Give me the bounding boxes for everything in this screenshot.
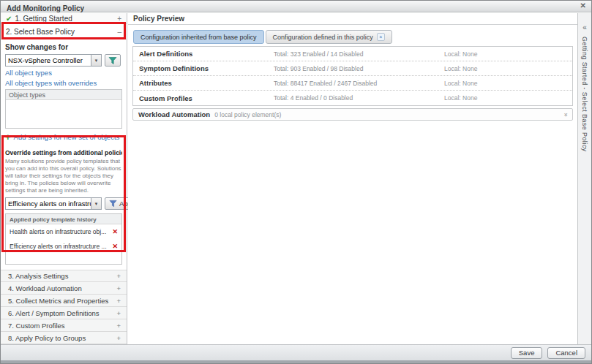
- tab-label: Configuration inherited from base policy: [140, 34, 257, 41]
- show-changes-label: Show changes for: [5, 43, 122, 51]
- check-icon: ✔: [6, 15, 12, 23]
- step-label: 2. Select Base Policy: [6, 28, 75, 36]
- template-select-row: Efficiency alerts on infrastructu ▼ Appl…: [5, 197, 122, 210]
- delete-icon[interactable]: ✕: [112, 243, 118, 250]
- add-monitoring-policy-dialog: Add Monitoring Policy ✕ ✔ 1. Getting Sta…: [0, 0, 592, 364]
- step-label: 7. Custom Profiles: [8, 322, 65, 330]
- collapsed-side-panel[interactable]: « Getting Started - Select Base Policy: [577, 13, 591, 344]
- link-all-object-types[interactable]: All object types: [5, 69, 122, 77]
- chevron-double-left-icon[interactable]: «: [578, 23, 591, 31]
- row-total: Total: 4 Enabled / 0 Disabled: [274, 94, 444, 102]
- expand-icon[interactable]: +: [116, 297, 121, 305]
- chevron-down-icon[interactable]: ▼: [91, 54, 102, 67]
- wizard-step-custom-profiles[interactable]: 7. Custom Profiles +: [1, 319, 127, 332]
- row-total: Total: 323 Enabled / 14 Disabled: [274, 50, 444, 58]
- row-label: Custom Profiles: [133, 94, 274, 102]
- filter-button[interactable]: [105, 54, 121, 67]
- filter-icon: [109, 200, 117, 208]
- row-local: Local: None: [444, 94, 572, 102]
- select-base-policy-section: Show changes for NSX-vSphere Controller …: [1, 39, 127, 265]
- policy-select-row: NSX-vSphere Controller ▼: [5, 54, 122, 67]
- table-row: Attributes Total: 88417 Enabled / 2467 D…: [133, 76, 572, 91]
- override-settings-section: Override settings from additional polici…: [5, 149, 122, 265]
- wizard-step-apply-policy-to-groups[interactable]: 8. Apply Policy to Groups +: [1, 332, 127, 344]
- collapse-icon[interactable]: –: [117, 28, 121, 36]
- tab-label: Configuration defined in this policy: [273, 34, 373, 41]
- policy-select-value: NSX-vSphere Controller: [5, 54, 91, 67]
- workload-automation-count: 0 local policy element(s): [214, 111, 281, 118]
- template-select-value: Efficiency alerts on infrastructu: [5, 197, 91, 210]
- policy-template-select[interactable]: Efficiency alerts on infrastructu ▼: [5, 197, 102, 210]
- history-header: Applied policy template history: [6, 214, 121, 224]
- dialog-title: Add Monitoring Policy: [1, 3, 84, 14]
- row-local: Local: None: [444, 80, 572, 87]
- chevron-double-down-icon[interactable]: «: [561, 113, 569, 116]
- wizard-panel: ✔ 1. Getting Started + 2. Select Base Po…: [1, 13, 127, 344]
- row-label: Attributes: [133, 79, 274, 87]
- window-bottom-edge: [1, 360, 591, 363]
- table-row: Alert Definitions Total: 323 Enabled / 1…: [133, 47, 572, 61]
- expand-icon[interactable]: +: [116, 284, 121, 292]
- override-description: Many solutions provide policy templates …: [5, 158, 122, 194]
- dialog-footer: Save Cancel: [1, 344, 591, 360]
- plus-icon: +: [5, 134, 11, 141]
- add-settings-label[interactable]: Add settings for new set of objects: [14, 133, 120, 141]
- expand-icon[interactable]: +: [116, 322, 121, 330]
- preview-summary-table: Alert Definitions Total: 323 Enabled / 1…: [132, 46, 573, 106]
- expand-icon[interactable]: +: [116, 334, 121, 342]
- history-item-label: Health alerts on infrastructure obj...: [10, 228, 112, 235]
- close-icon[interactable]: ✕: [580, 1, 586, 10]
- wizard-step-alert-symptom-definitions[interactable]: 6. Alert / Symptom Definitions +: [1, 307, 127, 319]
- preview-tabs: Configuration inherited from base policy…: [133, 30, 577, 44]
- history-item-label: Efficiency alerts on infrastructure ...: [10, 243, 112, 250]
- row-total: Total: 903 Enabled / 98 Disabled: [274, 65, 444, 72]
- object-types-listbox: Object types: [5, 89, 122, 129]
- row-local: Local: None: [444, 65, 572, 72]
- expand-icon[interactable]: +: [117, 15, 121, 23]
- delete-icon[interactable]: ✕: [112, 228, 118, 235]
- dialog-titlebar: Add Monitoring Policy ✕: [1, 1, 591, 12]
- wizard-remaining-steps: 3. Analysis Settings + 4. Workload Autom…: [1, 270, 127, 344]
- chevron-down-icon[interactable]: ▼: [91, 197, 102, 210]
- step-label: 1. Getting Started: [15, 15, 72, 23]
- list-item[interactable]: Efficiency alerts on infrastructure ... …: [6, 239, 121, 254]
- row-total: Total: 88417 Enabled / 2467 Disabled: [274, 80, 444, 87]
- policy-preview-title: Policy Preview: [128, 13, 577, 25]
- side-tab-label[interactable]: Getting Started - Select Base Policy: [581, 37, 588, 151]
- list-item[interactable]: Health alerts on infrastructure obj... ✕: [6, 224, 121, 239]
- history-list: Health alerts on infrastructure obj... ✕…: [6, 224, 121, 264]
- wizard-step-analysis-settings[interactable]: 3. Analysis Settings +: [1, 270, 127, 282]
- wizard-step-workload-automation[interactable]: 4. Workload Automation +: [1, 282, 127, 295]
- applied-policy-history-table: Applied policy template history Health a…: [5, 213, 122, 265]
- expand-icon[interactable]: +: [116, 309, 121, 317]
- step-label: 6. Alert / Symptom Definitions: [8, 309, 100, 317]
- row-label: Symptom Definitions: [133, 64, 274, 72]
- expand-icon[interactable]: +: [116, 272, 121, 280]
- step-label: 3. Analysis Settings: [8, 272, 68, 280]
- table-row: Custom Profiles Total: 4 Enabled / 0 Dis…: [133, 91, 572, 105]
- cancel-button[interactable]: Cancel: [547, 347, 585, 359]
- row-label: Alert Definitions: [133, 50, 274, 58]
- step-label: 4. Workload Automation: [8, 284, 82, 292]
- object-types-header: Object types: [6, 90, 121, 100]
- step-label: 5. Collect Metrics and Properties: [8, 297, 108, 305]
- popout-icon[interactable]: ×: [377, 33, 385, 41]
- workload-automation-bar[interactable]: Workload Automation 0 local policy eleme…: [132, 108, 573, 121]
- override-title: Override settings from additional polici…: [5, 149, 122, 156]
- wizard-step-getting-started[interactable]: ✔ 1. Getting Started +: [1, 13, 127, 24]
- save-button[interactable]: Save: [511, 347, 543, 359]
- workload-automation-label: Workload Automation: [138, 110, 210, 118]
- add-settings-link[interactable]: + Add settings for new set of objects: [5, 133, 122, 141]
- wizard-step-select-base-policy[interactable]: 2. Select Base Policy –: [1, 24, 127, 39]
- row-local: Local: None: [444, 50, 572, 58]
- wizard-step-collect-metrics[interactable]: 5. Collect Metrics and Properties +: [1, 295, 127, 307]
- link-all-object-types-with-overrides[interactable]: All object types with overrides: [5, 79, 122, 87]
- table-row: Symptom Definitions Total: 903 Enabled /…: [133, 61, 572, 76]
- policy-preview-panel: Policy Preview Configuration inherited f…: [128, 13, 577, 344]
- tab-configuration-inherited[interactable]: Configuration inherited from base policy: [133, 30, 264, 44]
- object-types-list: [6, 100, 121, 128]
- filter-icon: [108, 56, 117, 65]
- policy-select[interactable]: NSX-vSphere Controller ▼: [5, 54, 102, 67]
- step-label: 8. Apply Policy to Groups: [8, 334, 86, 342]
- tab-configuration-defined[interactable]: Configuration defined in this policy ×: [266, 30, 392, 44]
